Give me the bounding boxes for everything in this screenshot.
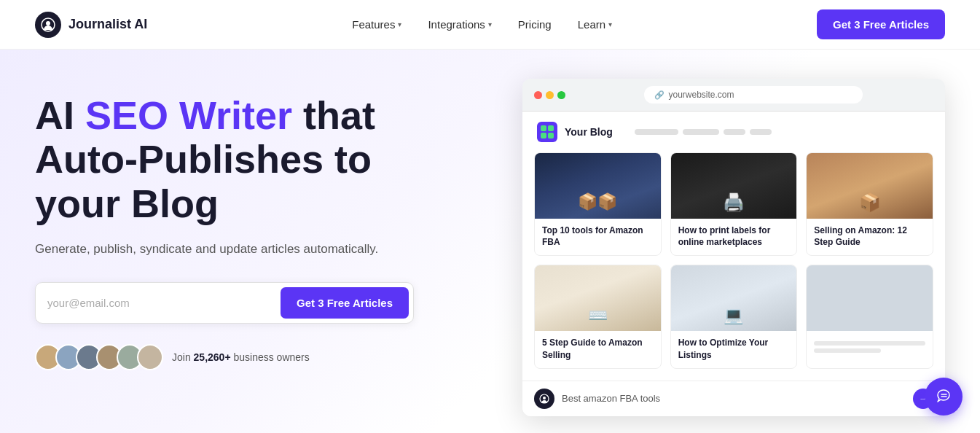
hero-subtext: Generate, publish, syndicate and update …: [35, 240, 443, 259]
learn-chevron-icon: ▾: [608, 20, 612, 28]
email-input[interactable]: [47, 297, 281, 309]
article-title: 5 Step Guide to Amazon Selling: [542, 337, 654, 360]
article-image: [807, 153, 933, 219]
maximize-dot: [557, 91, 565, 99]
chat-input[interactable]: Best amazon FBA tools: [562, 393, 906, 404]
article-image: [535, 265, 661, 331]
article-card[interactable]: [806, 265, 933, 368]
social-proof: Join 25,260+ business owners: [35, 344, 443, 370]
svg-point-1: [46, 21, 50, 26]
nav-cta-button[interactable]: Get 3 Free Articles: [817, 9, 945, 39]
chat-logo-icon: [534, 389, 554, 409]
hero-right: 🔗 yourwebsite.com Your Blog: [443, 79, 945, 416]
article-image: [535, 153, 661, 219]
article-title: Selling on Amazon: 12 Step Guide: [814, 225, 925, 248]
navbar: Journalist AI Features ▾ Integrations ▾ …: [0, 0, 980, 50]
social-proof-text: Join 25,260+ business owners: [172, 351, 310, 363]
nav-learn[interactable]: Learn ▾: [568, 12, 622, 36]
close-dot: [534, 91, 542, 99]
article-card[interactable]: How to print labels for online marketpla…: [670, 152, 798, 256]
nav-pricing[interactable]: Pricing: [508, 12, 562, 36]
blog-header: Your Blog: [522, 112, 945, 149]
browser-mockup: 🔗 yourwebsite.com Your Blog: [522, 79, 945, 416]
chat-bubble-button[interactable]: [925, 378, 963, 416]
browser-content: Your Blog Top 10 tools for Amazon FBA: [522, 112, 945, 416]
article-card[interactable]: Selling on Amazon: 12 Step Guide: [806, 152, 933, 256]
logo-icon: [35, 12, 61, 38]
avatar: [137, 344, 163, 370]
article-title: How to print labels for online marketpla…: [678, 225, 790, 248]
article-card[interactable]: 5 Step Guide to Amazon Selling: [534, 265, 662, 368]
logo-text: Journalist AI: [68, 17, 147, 32]
avatar-group: [35, 344, 163, 370]
hero-cta-button[interactable]: Get 3 Free Articles: [281, 287, 409, 319]
blog-title: Your Blog: [565, 126, 613, 138]
nav-integrations[interactable]: Integrations ▾: [418, 12, 501, 36]
link-icon: 🔗: [654, 90, 665, 100]
article-image: [671, 265, 797, 331]
logo[interactable]: Journalist AI: [35, 12, 147, 38]
article-card[interactable]: Top 10 tools for Amazon FBA: [534, 152, 662, 256]
integrations-chevron-icon: ▾: [488, 20, 492, 28]
chat-bar: Best amazon FBA tools →: [522, 381, 945, 416]
blog-nav-lines: [635, 129, 772, 135]
article-card[interactable]: How to Optimize Your Listings: [670, 265, 798, 368]
article-image-placeholder: [807, 265, 933, 331]
articles-grid: Top 10 tools for Amazon FBA How to print…: [522, 149, 945, 381]
hero-left: AI SEO Writer that Auto-Publishes to you…: [35, 79, 443, 370]
article-title: How to Optimize Your Listings: [678, 337, 790, 360]
svg-point-3: [543, 397, 546, 399]
features-chevron-icon: ▾: [398, 20, 401, 28]
blog-logo-icon: [537, 122, 557, 142]
article-title: Top 10 tools for Amazon FBA: [542, 225, 654, 248]
hero-section: AI SEO Writer that Auto-Publishes to you…: [0, 50, 980, 433]
nav-features[interactable]: Features ▾: [342, 12, 412, 36]
minimize-dot: [546, 91, 554, 99]
browser-bar: 🔗 yourwebsite.com: [522, 79, 945, 112]
nav-links: Features ▾ Integrations ▾ Pricing Learn …: [342, 12, 622, 36]
hero-email-form: Get 3 Free Articles: [35, 282, 414, 324]
url-bar[interactable]: 🔗 yourwebsite.com: [644, 86, 863, 104]
article-image: [671, 153, 797, 219]
browser-dots: [534, 91, 565, 99]
hero-headline: AI SEO Writer that Auto-Publishes to you…: [35, 93, 443, 225]
